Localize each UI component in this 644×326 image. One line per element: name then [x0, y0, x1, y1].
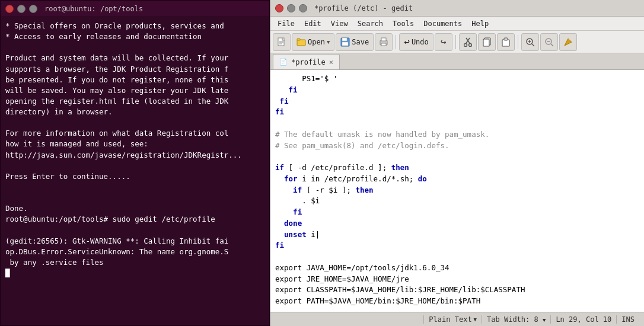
- editor-content[interactable]: PS1='$ ' fi fi fi # The default umask is…: [270, 70, 644, 312]
- toolbar-sep-1: [396, 35, 396, 49]
- terminal-titlebar: root@ubuntu: /opt/tools: [1, 1, 269, 17]
- open-button[interactable]: Open ▼: [292, 33, 334, 51]
- svg-rect-7: [342, 38, 347, 41]
- svg-rect-11: [381, 43, 386, 46]
- menu-help[interactable]: Help: [467, 18, 493, 29]
- menu-file[interactable]: File: [273, 18, 299, 29]
- filetype-label: Plain Text: [429, 315, 471, 324]
- zoom-in-button[interactable]: [521, 33, 539, 51]
- menu-search[interactable]: Search: [353, 18, 388, 29]
- statusbar-filetype[interactable]: Plain Text ▼: [423, 315, 482, 324]
- statusbar-tabwidth[interactable]: Tab Width: 8 ▼: [482, 315, 551, 324]
- save-button[interactable]: Save: [336, 33, 374, 51]
- statusbar-ins: INS: [617, 315, 639, 324]
- gedit-title: *profile (/etc) - gedit: [314, 4, 413, 12]
- gedit-titlebar: *profile (/etc) - gedit: [270, 0, 644, 17]
- undo-arrow-icon: ↩: [404, 36, 410, 47]
- color-picker-button[interactable]: [559, 33, 577, 51]
- gedit-window: *profile (/etc) - gedit File Edit View S…: [270, 0, 644, 326]
- save-icon: [340, 37, 350, 47]
- color-picker-icon: [563, 37, 573, 47]
- svg-rect-8: [342, 42, 348, 46]
- tab-label: *profile: [291, 58, 326, 66]
- new-button[interactable]: [273, 33, 291, 51]
- open-icon: [297, 38, 306, 46]
- svg-rect-10: [381, 38, 386, 41]
- menu-tools[interactable]: Tools: [388, 18, 419, 29]
- save-label: Save: [352, 38, 369, 46]
- terminal-max-btn[interactable]: [29, 5, 37, 13]
- zoom-out-icon: [544, 37, 554, 47]
- gedit-statusbar: Plain Text ▼ Tab Width: 8 ▼ Ln 29, Col 1…: [270, 312, 644, 326]
- copy-button[interactable]: [478, 33, 496, 51]
- zoom-out-button[interactable]: [540, 33, 558, 51]
- gedit-close-btn[interactable]: [275, 4, 283, 12]
- tabwidth-dropdown-arrow: ▼: [543, 317, 546, 323]
- terminal-body[interactable]: * Special offers on Oracle products, ser…: [1, 17, 269, 325]
- gedit-toolbar: Open ▼ Save ↩ Undo ↪: [270, 31, 644, 53]
- gedit-tab-profile[interactable]: 📄 *profile ×: [273, 54, 340, 69]
- gedit-tabs: 📄 *profile ×: [270, 53, 644, 70]
- open-dropdown-arrow[interactable]: ▼: [327, 39, 330, 45]
- gedit-max-btn[interactable]: [299, 4, 307, 12]
- paste-button[interactable]: [497, 33, 515, 51]
- open-label: Open: [308, 38, 325, 46]
- zoom-in-icon: [525, 37, 535, 47]
- undo-button[interactable]: ↩ Undo: [399, 33, 433, 51]
- statusbar-position: Ln 29, Col 10: [551, 315, 617, 324]
- terminal-min-btn[interactable]: [17, 5, 25, 13]
- terminal-title: root@ubuntu: /opt/tools: [44, 5, 143, 13]
- svg-point-15: [468, 43, 471, 46]
- menu-edit[interactable]: Edit: [299, 18, 326, 29]
- new-icon: [277, 37, 286, 47]
- svg-rect-17: [483, 39, 489, 46]
- copy-icon: [482, 37, 492, 47]
- gedit-editor: PS1='$ ' fi fi fi # The default umask is…: [270, 70, 644, 312]
- tab-close-btn[interactable]: ×: [329, 58, 333, 66]
- print-button[interactable]: [375, 33, 393, 51]
- undo-label: Undo: [412, 38, 429, 46]
- position-label: Ln 29, Col 10: [556, 315, 611, 324]
- svg-line-25: [551, 44, 553, 46]
- toolbar-sep-3: [518, 35, 518, 49]
- svg-rect-5: [297, 39, 300, 40]
- cut-icon: [464, 37, 472, 47]
- terminal-window: root@ubuntu: /opt/tools * Special offers…: [0, 0, 270, 326]
- svg-line-21: [532, 44, 534, 46]
- menu-documents[interactable]: Documents: [419, 18, 467, 29]
- ins-label: INS: [621, 315, 635, 324]
- svg-rect-18: [502, 40, 509, 46]
- print-icon: [379, 37, 388, 47]
- tab-file-icon: 📄: [279, 58, 288, 66]
- gedit-menubar: File Edit View Search Tools Documents He…: [270, 17, 644, 31]
- filetype-dropdown-arrow: ▼: [474, 317, 477, 322]
- gedit-min-btn[interactable]: [287, 4, 295, 12]
- cut-button[interactable]: [459, 33, 477, 51]
- tabwidth-label: Tab Width: 8: [487, 315, 538, 324]
- redo-button[interactable]: ↪: [435, 33, 452, 51]
- redo-arrow-icon: ↪: [441, 36, 447, 47]
- terminal-close-btn[interactable]: [5, 5, 14, 13]
- toolbar-sep-2: [455, 35, 456, 49]
- menu-view[interactable]: View: [326, 18, 353, 29]
- paste-icon: [501, 37, 511, 47]
- svg-rect-19: [504, 38, 508, 40]
- svg-point-14: [464, 43, 467, 46]
